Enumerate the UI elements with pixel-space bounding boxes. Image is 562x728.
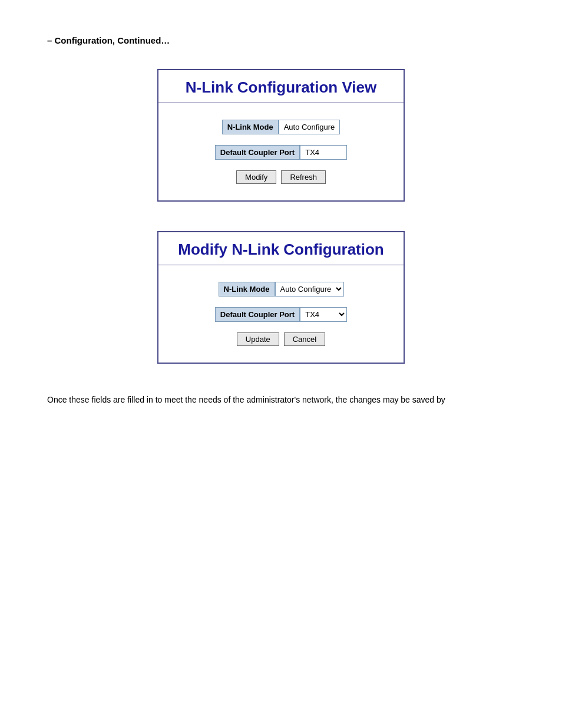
- modify-nlink-mode-select[interactable]: Auto Configure Manual: [275, 282, 344, 297]
- refresh-button[interactable]: Refresh: [281, 170, 326, 184]
- update-button[interactable]: Update: [237, 332, 279, 346]
- default-coupler-port-value: TX4: [300, 145, 347, 160]
- view-panel-buttons: Modify Refresh: [170, 170, 392, 184]
- cancel-button[interactable]: Cancel: [284, 332, 325, 346]
- modify-nlink-mode-row: N-Link Mode Auto Configure Manual: [170, 282, 392, 297]
- bottom-text: Once these fields are filled in to meet …: [47, 393, 515, 406]
- config-view-title: N-Link Configuration View: [158, 70, 404, 103]
- modify-default-coupler-port-select[interactable]: TX4 TX1 TX2 TX3: [300, 307, 347, 322]
- nlink-mode-value: Auto Configure: [279, 120, 340, 134]
- default-coupler-port-label: Default Coupler Port: [215, 145, 300, 160]
- modify-default-coupler-port-row: Default Coupler Port TX4 TX1 TX2 TX3: [170, 307, 392, 322]
- modify-panel-title: Modify N-Link Configuration: [158, 232, 404, 265]
- modify-button[interactable]: Modify: [236, 170, 276, 184]
- page-subtitle: – Configuration, Continued…: [47, 35, 515, 45]
- default-coupler-port-row: Default Coupler Port TX4: [170, 145, 392, 160]
- nlink-mode-label: N-Link Mode: [222, 120, 279, 134]
- config-view-panel: N-Link Configuration View N-Link Mode Au…: [157, 69, 405, 202]
- modify-panel: Modify N-Link Configuration N-Link Mode …: [157, 231, 405, 364]
- modify-panel-buttons: Update Cancel: [170, 332, 392, 346]
- nlink-mode-row: N-Link Mode Auto Configure: [170, 120, 392, 134]
- modify-nlink-mode-label: N-Link Mode: [219, 282, 275, 297]
- modify-default-coupler-port-label: Default Coupler Port: [215, 307, 300, 322]
